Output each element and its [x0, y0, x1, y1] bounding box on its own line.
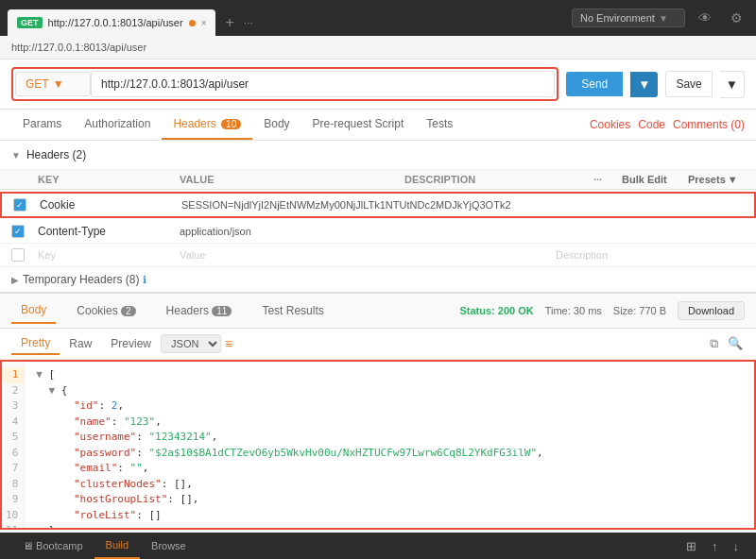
tab-options-icon[interactable]: ···: [244, 16, 253, 29]
tabs-right: Cookies Code Comments (0): [590, 118, 745, 131]
request-tabs: Params Authorization Headers 10 Body Pre…: [0, 110, 756, 141]
resp-tab-body[interactable]: Body: [11, 297, 56, 324]
unsaved-dot: [189, 20, 196, 26]
temp-collapse-arrow[interactable]: ▶: [11, 275, 19, 285]
code-content: ▼ [ ▼ { "id": 2, "name": "123", "usernam…: [25, 362, 754, 530]
format-right-icons: ⧉ 🔍: [708, 334, 745, 353]
response-stats: Status: 200 OK Time: 30 ms Size: 770 B D…: [459, 301, 745, 320]
checkbox-cookie[interactable]: ✓: [13, 198, 26, 212]
collapse-arrow-icon[interactable]: ▼: [11, 150, 21, 161]
method-dropdown-icon: ▼: [53, 77, 64, 91]
format-selector[interactable]: JSON XML HTML Text: [161, 334, 221, 353]
temp-headers-row: ▶ Temporary Headers (8) ℹ: [0, 267, 756, 293]
save-button[interactable]: Save: [665, 71, 712, 97]
tab-params[interactable]: Params: [11, 110, 73, 140]
top-bar: GET http://127.0.0.1:8013/api/user × + ·…: [0, 0, 756, 36]
value-placeholder: Value: [180, 249, 556, 261]
search-icon[interactable]: 🔍: [726, 334, 745, 353]
time-text: Time: 30 ms: [545, 305, 602, 316]
line-num-9: 9: [2, 492, 24, 508]
cookies-link[interactable]: Cookies: [590, 118, 630, 131]
code-line-4: "name": "123",: [36, 415, 743, 431]
fmt-tab-pretty[interactable]: Pretty: [11, 332, 60, 355]
request-input-group: GET ▼: [11, 67, 558, 101]
temp-headers-info-icon[interactable]: ℹ: [143, 274, 146, 286]
key-placeholder: Key: [38, 249, 180, 261]
size-text: Size: 770 B: [613, 305, 666, 316]
line-num-10: 10: [2, 508, 24, 524]
code-line-7: "email": "",: [36, 461, 743, 477]
fmt-tab-raw[interactable]: Raw: [60, 333, 101, 354]
code-line-5: "username": "12343214",: [36, 430, 743, 446]
send-button[interactable]: Send: [566, 72, 623, 96]
bulk-edit-button[interactable]: Bulk Edit: [622, 174, 688, 185]
headers-table-header: KEY VALUE DESCRIPTION ··· Bulk Edit Pres…: [0, 170, 756, 190]
tab-prerequest[interactable]: Pre-request Script: [301, 110, 416, 140]
fmt-tab-preview[interactable]: Preview: [101, 333, 161, 354]
checkbox-contenttype[interactable]: ✓: [11, 225, 25, 238]
line-num-11: 11: [2, 523, 24, 530]
request-tab-active[interactable]: GET http://127.0.0.1:8013/api/user ×: [8, 9, 215, 36]
value-cookie: SESSION=NjdlYjI2NjEtNWMzMy00NjJlLTk1NTUt…: [181, 199, 554, 211]
presets-button[interactable]: Presets ▼: [688, 174, 745, 185]
header-row-cookie: ✓ Cookie SESSION=NjdlYjI2NjEtNWMzMy00NjJ…: [0, 192, 756, 218]
header-row-contenttype: ✓ Content-Type application/json: [0, 220, 756, 244]
tab-close-icon[interactable]: ×: [201, 18, 207, 28]
headers-section-header: ▼ Headers (2): [0, 141, 756, 170]
download-button[interactable]: Download: [678, 301, 745, 320]
gear-icon[interactable]: ⚙: [725, 8, 748, 27]
tab-headers[interactable]: Headers 10: [162, 110, 252, 140]
line-num-4: 4: [2, 415, 24, 431]
status-text: Status: 200 OK: [459, 305, 533, 316]
request-bar: GET ▼ Send ▼ Save ▼: [0, 59, 756, 110]
temp-headers-label: Temporary Headers (8): [23, 273, 139, 286]
resp-tab-cookies[interactable]: Cookies 2: [67, 298, 145, 323]
comments-link[interactable]: Comments (0): [673, 118, 745, 131]
tab-authorization[interactable]: Authorization: [73, 110, 162, 140]
desc-placeholder: Description: [556, 249, 745, 261]
line-num-1: 1: [2, 367, 24, 383]
headers-section-title: Headers (2): [26, 148, 86, 161]
cookies-count-badge: 2: [121, 306, 136, 316]
resp-tab-headers[interactable]: Headers 11: [157, 298, 242, 323]
line-num-7: 7: [2, 461, 24, 477]
send-dropdown-button[interactable]: ▼: [630, 72, 658, 97]
response-tabs: Body Cookies 2 Headers 11 Test Results S…: [0, 293, 756, 329]
key-contenttype: Content-Type: [38, 225, 180, 238]
col-dots[interactable]: ···: [593, 174, 622, 185]
line-num-8: 8: [2, 477, 24, 493]
header-row-placeholder: Key Value Description: [0, 244, 756, 267]
headers-badge: 10: [221, 119, 241, 129]
code-link[interactable]: Code: [638, 118, 665, 131]
eye-icon[interactable]: 👁: [693, 8, 717, 27]
response-body-area: 1 2 3 4 5 6 7 8 9 10 11 2 3 4 ▼ [ ▼ { "i…: [0, 360, 756, 530]
url-input[interactable]: [91, 71, 555, 97]
line-num-6: 6: [2, 446, 24, 462]
line-num-5: 5: [2, 430, 24, 446]
breadcrumb: http://127.0.0.1:8013/api/user: [0, 36, 756, 59]
code-lines: 1 2 3 4 5 6 7 8 9 10 11 2 3 4 ▼ [ ▼ { "i…: [2, 362, 754, 530]
headers-section: ▼ Headers (2) KEY VALUE DESCRIPTION ··· …: [0, 141, 756, 293]
method-label: GET: [26, 77, 49, 91]
method-badge: GET: [17, 17, 43, 28]
format-icon[interactable]: ≡: [225, 336, 232, 351]
code-line-2: ▼ {: [36, 383, 743, 399]
tab-body[interactable]: Body: [252, 110, 301, 140]
save-dropdown-button[interactable]: ▼: [720, 71, 745, 98]
tab-tests[interactable]: Tests: [415, 110, 464, 140]
code-line-6: "password": "$2a$10$BA1dCTZevO6yb5WkvHv0…: [36, 446, 743, 462]
copy-icon[interactable]: ⧉: [708, 334, 720, 353]
format-tabs: Pretty Raw Preview JSON XML HTML Text ≡ …: [0, 329, 756, 360]
new-tab-button[interactable]: +: [221, 14, 237, 31]
checkbox-placeholder[interactable]: [11, 248, 25, 262]
col-value-label: VALUE: [180, 174, 404, 185]
tab-url: http://127.0.0.1:8013/api/user: [48, 17, 183, 28]
resp-tab-testresults[interactable]: Test Results: [252, 298, 333, 323]
line-numbers: 1 2 3 4 5 6 7 8 9 10 11 2 3 4: [2, 362, 25, 530]
method-selector[interactable]: GET ▼: [15, 72, 91, 96]
environment-selector[interactable]: No Environment ▼: [572, 8, 685, 27]
key-cookie: Cookie: [40, 198, 181, 212]
code-line-11: },: [36, 523, 743, 530]
line-num-3: 3: [2, 398, 24, 415]
env-label: No Environment: [580, 12, 655, 24]
